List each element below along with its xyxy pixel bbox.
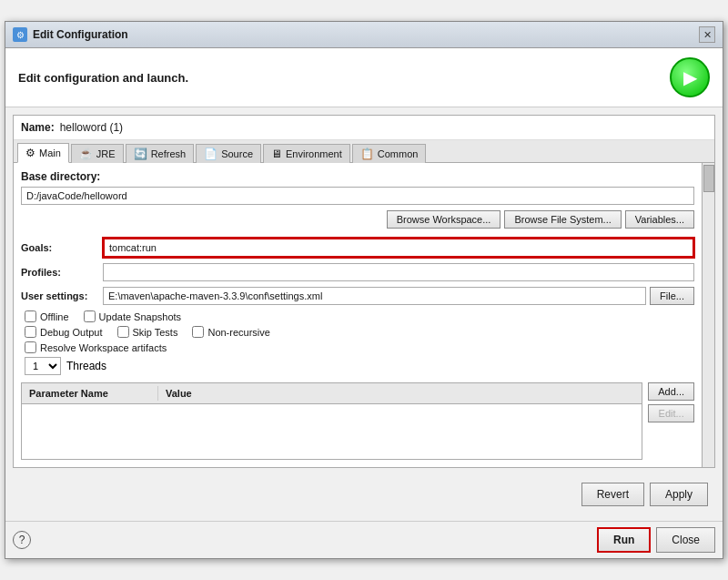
tab-jre-label: JRE	[96, 148, 116, 159]
scrollbar-thumb[interactable]	[703, 165, 714, 192]
parameter-table: Parameter Name Value	[21, 382, 642, 460]
table-body	[22, 404, 642, 459]
tab-main-label: Main	[39, 148, 61, 158]
common-tab-icon: 📋	[360, 148, 374, 160]
checkboxes-row-1: Offline Update Snapshots	[21, 310, 694, 322]
scrollbar[interactable]	[702, 163, 714, 467]
main-tab-content: Base directory: Browse Workspace... Brow…	[14, 163, 714, 467]
debug-output-checkbox-item[interactable]: Debug Output	[25, 326, 103, 338]
footer-row: ? Run Close	[5, 521, 723, 558]
help-button[interactable]: ?	[13, 531, 31, 549]
close-button[interactable]: ✕	[699, 26, 715, 43]
main-content: Name: helloword (1) ⚙ Main ☕ JRE 🔄 Refre…	[5, 107, 723, 521]
close-dialog-button[interactable]: Close	[656, 527, 715, 553]
browse-buttons-row: Browse Workspace... Browse File System..…	[21, 210, 694, 229]
parameter-table-wrapper: Parameter Name Value Add... Edit...	[21, 382, 694, 460]
threads-label: Threads	[66, 360, 106, 372]
header-title: Edit configuration and launch.	[18, 71, 188, 85]
base-directory-label: Base directory:	[21, 170, 694, 183]
header-area: Edit configuration and launch. ▶	[5, 48, 723, 107]
offline-checkbox[interactable]	[25, 310, 36, 322]
tab-refresh[interactable]: 🔄 Refresh	[126, 144, 195, 163]
tab-environment-label: Environment	[286, 148, 342, 159]
checkboxes-row-2: Debug Output Skip Tests Non-recursive	[21, 326, 694, 338]
non-recursive-label: Non-recursive	[207, 327, 269, 338]
add-parameter-button[interactable]: Add...	[648, 382, 694, 401]
jre-tab-icon: ☕	[79, 148, 93, 160]
browse-filesystem-button[interactable]: Browse File System...	[504, 210, 621, 229]
tab-source-label: Source	[221, 148, 253, 159]
edit-parameter-button[interactable]: Edit...	[648, 404, 694, 422]
debug-output-label: Debug Output	[40, 327, 103, 338]
tabs-row: ⚙ Main ☕ JRE 🔄 Refresh 📄 Source 🖥 E	[14, 140, 714, 163]
revert-button[interactable]: Revert	[581, 483, 644, 506]
offline-label: Offline	[40, 311, 69, 322]
source-tab-icon: 📄	[204, 148, 217, 160]
main-tab-icon: ⚙	[25, 147, 35, 159]
offline-checkbox-item[interactable]: Offline	[25, 310, 69, 322]
profiles-input[interactable]	[103, 263, 694, 281]
title-bar: ⚙ Edit Configuration ✕	[5, 22, 723, 48]
user-settings-label: User settings:	[21, 290, 103, 301]
browse-workspace-button[interactable]: Browse Workspace...	[387, 210, 501, 229]
footer-buttons: Run Close	[597, 527, 715, 553]
non-recursive-checkbox[interactable]	[192, 326, 204, 338]
user-settings-input[interactable]	[103, 287, 646, 305]
goals-row: Goals:	[21, 238, 694, 258]
resolve-workspace-checkbox[interactable]	[25, 341, 36, 353]
tab-environment[interactable]: 🖥 Environment	[263, 144, 350, 163]
variables-button[interactable]: Variables...	[625, 210, 694, 229]
user-settings-row: User settings: File...	[21, 287, 694, 305]
environment-tab-icon: 🖥	[271, 148, 282, 160]
refresh-tab-icon: 🔄	[134, 148, 147, 160]
col-parameter-name: Parameter Name	[22, 386, 158, 401]
update-snapshots-label: Update Snapshots	[99, 311, 182, 322]
file-button[interactable]: File...	[650, 287, 694, 305]
run-button[interactable]: Run	[597, 527, 651, 553]
apply-button[interactable]: Apply	[650, 483, 708, 506]
run-large-button[interactable]: ▶	[670, 57, 710, 97]
tab-content-area: Base directory: Browse Workspace... Brow…	[14, 163, 714, 467]
debug-output-checkbox[interactable]	[25, 326, 36, 338]
tab-refresh-label: Refresh	[151, 148, 187, 159]
name-row: Name: helloword (1)	[14, 116, 714, 140]
name-value: helloword (1)	[60, 121, 123, 134]
tab-source[interactable]: 📄 Source	[196, 144, 261, 163]
profiles-label: Profiles:	[21, 267, 103, 278]
dialog-title: Edit Configuration	[33, 28, 128, 41]
config-panel: Name: helloword (1) ⚙ Main ☕ JRE 🔄 Refre…	[13, 115, 715, 468]
name-label: Name:	[21, 121, 55, 134]
update-snapshots-checkbox[interactable]	[84, 310, 96, 322]
table-header: Parameter Name Value	[22, 383, 642, 404]
dialog-icon: ⚙	[13, 27, 27, 42]
non-recursive-checkbox-item[interactable]: Non-recursive	[192, 326, 269, 338]
resolve-workspace-label: Resolve Workspace artifacts	[40, 342, 167, 353]
col-value: Value	[158, 386, 642, 401]
goals-label: Goals:	[21, 242, 103, 253]
checkboxes-row-3: Resolve Workspace artifacts	[21, 341, 694, 353]
update-snapshots-checkbox-item[interactable]: Update Snapshots	[84, 310, 182, 322]
skip-tests-checkbox[interactable]	[117, 326, 129, 338]
tab-main[interactable]: ⚙ Main	[17, 143, 69, 163]
profiles-row: Profiles:	[21, 263, 694, 281]
threads-row: 1 Threads	[21, 357, 694, 375]
skip-tests-checkbox-item[interactable]: Skip Tests	[117, 326, 178, 338]
threads-select[interactable]: 1	[25, 357, 61, 375]
base-directory-input[interactable]	[21, 187, 694, 205]
tab-jre[interactable]: ☕ JRE	[71, 144, 124, 163]
skip-tests-label: Skip Tests	[133, 327, 178, 338]
resolve-workspace-checkbox-item[interactable]: Resolve Workspace artifacts	[25, 341, 167, 353]
table-buttons: Add... Edit...	[648, 382, 694, 422]
bottom-buttons: Revert Apply	[13, 475, 715, 514]
tab-common-label: Common	[378, 148, 419, 159]
tab-common[interactable]: 📋 Common	[352, 144, 427, 163]
goals-input[interactable]	[103, 238, 694, 258]
dialog: ⚙ Edit Configuration ✕ Edit configuratio…	[5, 21, 723, 559]
